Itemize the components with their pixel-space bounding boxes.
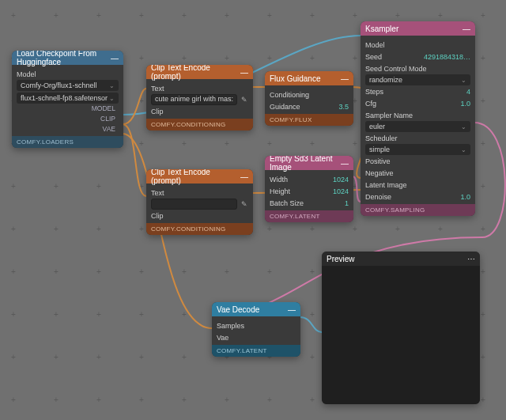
grid-cross: + bbox=[438, 11, 443, 20]
grid-cross: + bbox=[481, 182, 485, 191]
node-header[interactable]: Load Checkpoint From Huggingface — bbox=[12, 51, 123, 65]
grid-cross: + bbox=[395, 11, 400, 20]
collapse-icon[interactable]: — bbox=[341, 74, 349, 83]
node-title: Preview bbox=[327, 255, 355, 263]
field-label: Model bbox=[17, 70, 36, 78]
output-port[interactable]: MODEL bbox=[17, 104, 119, 114]
field-value[interactable]: 4291884318… bbox=[424, 53, 470, 61]
field-label: Clip bbox=[151, 108, 164, 115]
repo-select[interactable]: Comfy-Org/flux1-schnell ⌄ bbox=[17, 80, 119, 91]
node-title: Flux Guidance bbox=[270, 74, 320, 83]
node-header[interactable]: Vae Decode — bbox=[212, 302, 300, 316]
grid-cross: + bbox=[54, 11, 59, 20]
field-value[interactable]: 1.0 bbox=[460, 193, 470, 201]
node-header[interactable]: Empty Sd3 Latent Image — bbox=[265, 156, 353, 170]
field-label: Steps bbox=[365, 88, 383, 96]
grid-cross: + bbox=[310, 267, 315, 276]
file-select[interactable]: flux1-schnell-fp8.safetensor ⌄ bbox=[17, 93, 119, 104]
output-port[interactable]: CLIP bbox=[17, 114, 119, 124]
field-label: Negative bbox=[365, 169, 394, 177]
collapse-icon[interactable]: — bbox=[341, 159, 349, 168]
field-label: Conditioning bbox=[270, 91, 309, 99]
preview-area bbox=[322, 266, 480, 404]
grid-cross: + bbox=[267, 395, 272, 404]
field-label: Latent Image bbox=[365, 181, 407, 189]
grid-cross: + bbox=[54, 395, 59, 404]
grid-cross: + bbox=[96, 182, 101, 191]
grid-cross: + bbox=[225, 11, 229, 20]
output-port[interactable]: VAE bbox=[17, 124, 119, 134]
chevron-down-icon: ⌄ bbox=[109, 82, 115, 89]
scheduler-select[interactable]: simple ⌄ bbox=[365, 144, 470, 155]
field-label: Width bbox=[270, 176, 288, 184]
node-footer: COMFY.LOADERS bbox=[12, 136, 123, 148]
node-footer: COMFY.FLUX bbox=[265, 114, 353, 126]
grid-cross: + bbox=[353, 54, 357, 62]
node-load-checkpoint[interactable]: Load Checkpoint From Huggingface — Model… bbox=[12, 51, 123, 148]
field-label: Positive bbox=[365, 157, 391, 165]
node-clip-encode-negative[interactable]: Clip Text Encode (prompt) — Text ✎ Clip … bbox=[146, 169, 253, 235]
field-value[interactable]: 4 bbox=[466, 88, 470, 96]
select-value: flux1-schnell-fp8.safetensor bbox=[21, 94, 108, 102]
edit-icon[interactable]: ✎ bbox=[240, 199, 248, 209]
chevron-down-icon: ⌄ bbox=[109, 95, 115, 102]
grid-cross: + bbox=[310, 310, 315, 319]
field-label: Guidance bbox=[270, 103, 300, 111]
grid-cross: + bbox=[139, 182, 144, 191]
sampler-select[interactable]: euler ⌄ bbox=[365, 121, 470, 132]
grid-cross: + bbox=[182, 54, 187, 62]
field-label: Cfg bbox=[365, 100, 376, 108]
field-value[interactable]: 3.5 bbox=[338, 103, 349, 111]
field-value[interactable]: 1024 bbox=[333, 187, 349, 195]
grid-cross: + bbox=[481, 310, 485, 319]
node-header[interactable]: Flux Guidance — bbox=[265, 71, 353, 85]
grid-cross: + bbox=[96, 267, 101, 276]
field-label: Batch Size bbox=[270, 199, 304, 207]
grid-cross: + bbox=[96, 11, 101, 20]
field-label: Seed Control Mode bbox=[365, 65, 427, 73]
grid-cross: + bbox=[481, 54, 485, 62]
node-vae-decode[interactable]: Vae Decode — Samples Vae COMFY.LATENT bbox=[212, 302, 300, 357]
node-clip-encode-positive[interactable]: Clip Text Encode (prompt) — Text cute an… bbox=[146, 65, 253, 131]
node-header[interactable]: Clip Text Encode (prompt) — bbox=[146, 169, 253, 184]
grid-cross: + bbox=[225, 395, 229, 404]
node-header[interactable]: Clip Text Encode (prompt) — bbox=[146, 65, 253, 79]
more-icon[interactable]: ⋯ bbox=[467, 255, 475, 263]
chevron-down-icon: ⌄ bbox=[461, 123, 466, 131]
select-value: euler bbox=[369, 123, 385, 131]
collapse-icon[interactable]: — bbox=[463, 25, 470, 33]
node-header[interactable]: Ksampler — bbox=[361, 21, 475, 36]
grid-cross: + bbox=[481, 11, 485, 20]
grid-cross: + bbox=[395, 225, 400, 233]
grid-cross: + bbox=[481, 395, 485, 404]
edit-icon[interactable]: ✎ bbox=[240, 95, 248, 104]
collapse-icon[interactable]: — bbox=[240, 68, 248, 77]
collapse-icon[interactable]: — bbox=[111, 54, 119, 62]
field-value[interactable]: 1024 bbox=[333, 176, 349, 184]
grid-cross: + bbox=[353, 139, 357, 148]
field-value[interactable]: 1 bbox=[345, 199, 349, 207]
grid-cross: + bbox=[11, 267, 16, 276]
collapse-icon[interactable]: — bbox=[288, 305, 296, 314]
graph-canvas[interactable]: (function(){ const g = '+'; const step =… bbox=[0, 0, 506, 420]
grid-cross: + bbox=[54, 353, 59, 361]
seed-mode-select[interactable]: randomize ⌄ bbox=[365, 74, 470, 85]
node-flux-guidance[interactable]: Flux Guidance — Conditioning Guidance 3.… bbox=[265, 71, 353, 126]
node-preview[interactable]: Preview ⋯ bbox=[322, 252, 480, 404]
node-header[interactable]: Preview ⋯ bbox=[322, 252, 480, 266]
node-title: Clip Text Encode (prompt) bbox=[151, 65, 240, 81]
select-value: randomize bbox=[369, 76, 402, 84]
select-value: simple bbox=[369, 146, 390, 153]
grid-cross: + bbox=[267, 139, 272, 148]
text-input[interactable] bbox=[151, 199, 237, 210]
grid-cross: + bbox=[139, 11, 144, 20]
grid-cross: + bbox=[353, 225, 357, 233]
field-value[interactable]: 1.0 bbox=[460, 100, 470, 108]
text-input[interactable]: cute anime girl with mas: bbox=[151, 94, 237, 105]
collapse-icon[interactable]: — bbox=[240, 172, 248, 181]
node-title: Load Checkpoint From Huggingface bbox=[17, 51, 111, 66]
grid-cross: + bbox=[267, 11, 272, 20]
node-ksampler[interactable]: Ksampler — Model Seed 4291884318… Seed C… bbox=[361, 21, 475, 216]
field-label: Seed bbox=[365, 53, 382, 61]
node-empty-latent[interactable]: Empty Sd3 Latent Image — Width 1024 Heig… bbox=[265, 156, 353, 222]
